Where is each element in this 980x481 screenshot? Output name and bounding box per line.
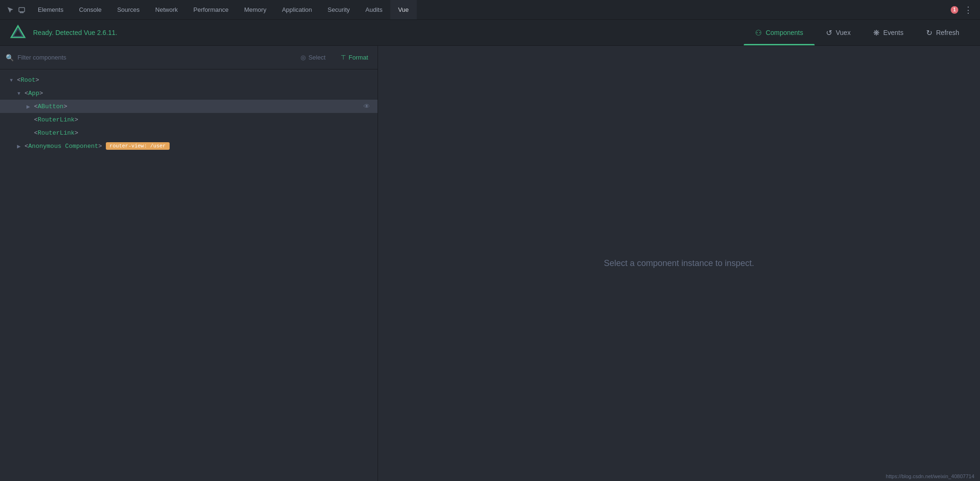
vue-nav-refresh[interactable]: ↻ Refresh (915, 20, 971, 45)
tree-item-app[interactable]: ▼ <App> (0, 86, 378, 100)
select-button[interactable]: ◎ Select (297, 52, 329, 63)
error-badge[interactable]: 1 (951, 6, 958, 14)
arrow-root: ▼ (8, 76, 15, 84)
url-bar: https://blog.csdn.net/weixin_40807714 (880, 472, 980, 481)
tab-application[interactable]: Application (275, 0, 320, 19)
tree-item-anonymous[interactable]: ▶ <Anonymous Component> router-view: /us… (0, 139, 378, 153)
tab-performance[interactable]: Performance (186, 0, 236, 19)
tab-elements[interactable]: Elements (30, 0, 71, 19)
vuex-icon: ↺ (826, 28, 832, 37)
tree-item-routerlink1[interactable]: ▶ <RouterLink> (0, 113, 378, 126)
component-tag-rl1-open: < (34, 116, 38, 123)
svg-rect-0 (19, 8, 25, 12)
toolbar-icons (2, 5, 30, 15)
events-label: Events (883, 29, 903, 36)
component-name-rl2: RouterLink (38, 129, 75, 137)
more-menu-button[interactable]: ⋮ (962, 3, 974, 17)
events-icon: ❋ (873, 28, 879, 37)
arrow-anonymous: ▶ (15, 142, 23, 150)
component-tag-rl2-open: < (34, 129, 38, 137)
vue-nav-components[interactable]: ⚇ Components (744, 20, 814, 45)
format-label: Format (349, 54, 368, 61)
tab-network[interactable]: Network (148, 0, 186, 19)
components-icon: ⚇ (755, 28, 762, 37)
component-tag-anon-open: < (25, 143, 28, 150)
tree-item-root[interactable]: ▼ <Root> (0, 73, 378, 86)
main-content: 🔍 ◎ Select ⊤ Format ▼ <Root> (0, 46, 980, 481)
inspect-message: Select a component instance to inspect. (604, 258, 754, 268)
component-name-abutton: AButton (38, 103, 64, 110)
vue-navigation: ⚇ Components ↺ Vuex ❋ Events ↻ Refresh (744, 20, 971, 45)
component-name-app: App (28, 90, 39, 97)
tab-list: Elements Console Sources Network Perform… (30, 0, 947, 19)
vue-logo (9, 24, 26, 41)
filter-bar: 🔍 ◎ Select ⊤ Format (0, 46, 378, 69)
component-tag-abutton-close: > (63, 103, 67, 110)
vue-nav-events[interactable]: ❋ Events (862, 20, 915, 45)
cursor-icon[interactable] (6, 5, 15, 15)
tab-bar: Elements Console Sources Network Perform… (0, 0, 980, 20)
refresh-label: Refresh (936, 29, 959, 36)
route-badge: router-view: /user (106, 142, 170, 150)
component-tag-rl1-close: > (75, 116, 78, 123)
filter-input[interactable] (17, 54, 291, 61)
refresh-icon: ↻ (926, 28, 932, 37)
vue-header: Ready. Detected Vue 2.6.11. ⚇ Components… (0, 20, 980, 46)
tab-memory[interactable]: Memory (237, 0, 275, 19)
arrow-app: ▼ (15, 89, 23, 97)
right-panel: Select a component instance to inspect. (378, 46, 980, 481)
svg-rect-1 (20, 12, 23, 13)
component-tag-abutton-open: < (34, 103, 38, 110)
vue-status: Ready. Detected Vue 2.6.11. (33, 29, 744, 36)
tab-audits[interactable]: Audits (358, 0, 390, 19)
tab-vue[interactable]: Vue (390, 0, 417, 19)
component-tag-rl2-close: > (75, 129, 78, 137)
component-name-rl1: RouterLink (38, 116, 75, 123)
filter-search: 🔍 (6, 54, 291, 61)
arrow-abutton: ▶ (25, 103, 32, 110)
vue-nav-vuex[interactable]: ↺ Vuex (815, 20, 862, 45)
vuex-label: Vuex (836, 29, 851, 36)
component-tag-app-open: < (25, 90, 28, 97)
device-icon[interactable] (17, 5, 26, 15)
error-count: 1 (951, 6, 958, 14)
select-label: Select (309, 54, 326, 61)
tab-console[interactable]: Console (71, 0, 110, 19)
component-tag-app-close: > (39, 90, 43, 97)
tree-item-abutton[interactable]: ▶ <AButton> 👁 (0, 100, 378, 113)
components-label: Components (765, 29, 803, 36)
component-tag-root: < (17, 77, 21, 84)
tree-item-routerlink2[interactable]: ▶ <RouterLink> (0, 126, 378, 139)
eye-icon[interactable]: 👁 (363, 103, 370, 110)
filter-actions: ◎ Select ⊤ Format (297, 52, 372, 63)
format-icon: ⊤ (341, 54, 346, 61)
tab-sources[interactable]: Sources (110, 0, 148, 19)
search-icon: 🔍 (6, 54, 14, 61)
left-panel: 🔍 ◎ Select ⊤ Format ▼ <Root> (0, 46, 378, 481)
component-name-anon: Anonymous Component (28, 143, 98, 150)
component-name-root: Root (21, 77, 35, 84)
tab-security[interactable]: Security (320, 0, 358, 19)
select-icon: ◎ (301, 54, 306, 61)
component-tag-anon-close: > (98, 143, 102, 150)
tab-bar-end: 1 ⋮ (947, 3, 978, 17)
component-tree: ▼ <Root> ▼ <App> ▶ <AButton> 👁 ▶ <Router… (0, 69, 378, 481)
format-button[interactable]: ⊤ Format (337, 52, 372, 63)
component-tag-root-close: > (35, 77, 39, 84)
